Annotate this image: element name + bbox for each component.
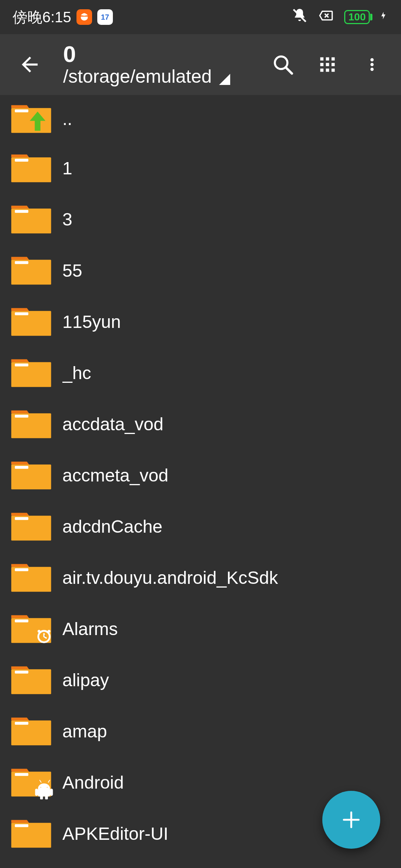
- parent-dir-row[interactable]: ..: [0, 95, 401, 142]
- folder-row[interactable]: amap: [0, 706, 401, 757]
- folder-icon: [9, 305, 53, 339]
- svg-point-12: [371, 58, 374, 62]
- status-time: 傍晚6:15: [13, 7, 71, 27]
- file-name: adcdnCache: [62, 516, 392, 537]
- battery-icon: 100: [344, 10, 370, 24]
- dropdown-triangle-icon: [219, 74, 230, 85]
- file-name: _hc: [62, 363, 392, 383]
- folder-icon: [9, 356, 53, 390]
- folder-row[interactable]: adcdnCache: [0, 501, 401, 552]
- status-bar: 傍晚6:15 17 100: [0, 0, 401, 34]
- file-name: accmeta_vod: [62, 465, 392, 486]
- svg-line-2: [286, 67, 292, 73]
- back-arrow-icon: [18, 53, 42, 76]
- file-list[interactable]: .. 1 3 55: [0, 95, 401, 868]
- toolbar-title[interactable]: 0 /storage/emulated: [63, 42, 271, 88]
- file-name: 1: [62, 158, 392, 178]
- input-off-icon: [317, 8, 335, 26]
- folder-icon: [9, 202, 53, 236]
- taobao-icon: [76, 9, 92, 25]
- status-right: 100: [291, 7, 388, 27]
- view-grid-button[interactable]: [316, 53, 339, 76]
- folder-icon: [9, 458, 53, 492]
- svg-rect-7: [326, 63, 329, 66]
- folder-row[interactable]: accdata_vod: [0, 398, 401, 450]
- file-name: Alarms: [62, 619, 392, 639]
- folder-icon: [9, 102, 53, 136]
- folder-icon: [9, 663, 53, 697]
- folder-row[interactable]: alipay: [0, 654, 401, 706]
- file-name: air.tv.douyu.android_KcSdk: [62, 568, 392, 588]
- folder-icon: [9, 509, 53, 543]
- more-vert-icon: [364, 55, 380, 74]
- svg-rect-5: [332, 57, 335, 61]
- folder-icon: [9, 253, 53, 287]
- folder-row[interactable]: air.tv.douyu.android_KcSdk: [0, 552, 401, 603]
- svg-rect-11: [332, 69, 335, 72]
- folder-icon: [9, 407, 53, 441]
- search-button[interactable]: [271, 53, 295, 76]
- svg-rect-3: [320, 57, 324, 61]
- folder-row[interactable]: 1: [0, 142, 401, 194]
- app-toolbar: 0 /storage/emulated: [0, 34, 401, 95]
- folder-row[interactable]: Apktool_M: [0, 859, 401, 868]
- back-button[interactable]: [11, 46, 48, 83]
- status-left: 傍晚6:15 17: [13, 7, 113, 27]
- folder-row[interactable]: 55: [0, 245, 401, 296]
- folder-icon: [9, 612, 53, 646]
- plus-icon: [340, 809, 362, 831]
- title-path: /storage/emulated: [63, 66, 212, 88]
- folder-row[interactable]: accmeta_vod: [0, 450, 401, 501]
- file-name: accdata_vod: [62, 414, 392, 434]
- mute-icon: [291, 7, 308, 27]
- folder-row[interactable]: 115yun: [0, 296, 401, 347]
- svg-rect-9: [320, 69, 324, 72]
- folder-icon: [9, 714, 53, 748]
- svg-rect-8: [332, 63, 335, 66]
- charging-icon: [379, 8, 388, 26]
- svg-rect-4: [326, 57, 329, 61]
- file-name: 115yun: [62, 312, 392, 332]
- search-icon: [272, 54, 294, 75]
- folder-icon: [9, 765, 53, 799]
- add-fab[interactable]: [322, 791, 380, 849]
- overflow-menu-button[interactable]: [360, 53, 384, 76]
- title-primary: 0: [63, 42, 271, 66]
- file-name: Android: [62, 772, 392, 793]
- svg-point-13: [371, 63, 374, 66]
- grid-icon: [318, 55, 337, 74]
- folder-row[interactable]: 3: [0, 194, 401, 245]
- file-name: alipay: [62, 670, 392, 690]
- svg-rect-6: [320, 63, 324, 66]
- folder-row[interactable]: _hc: [0, 347, 401, 398]
- toolbar-actions: [271, 53, 394, 76]
- folder-icon: [9, 816, 53, 851]
- svg-point-14: [371, 68, 374, 71]
- folder-row[interactable]: Alarms: [0, 603, 401, 654]
- file-name: ..: [62, 109, 392, 129]
- file-name: 55: [62, 260, 392, 281]
- file-name: amap: [62, 721, 392, 742]
- svg-rect-10: [326, 69, 329, 72]
- folder-icon: [9, 560, 53, 595]
- calendar-icon: 17: [97, 9, 113, 25]
- folder-icon: [9, 151, 53, 185]
- file-name: 3: [62, 209, 392, 230]
